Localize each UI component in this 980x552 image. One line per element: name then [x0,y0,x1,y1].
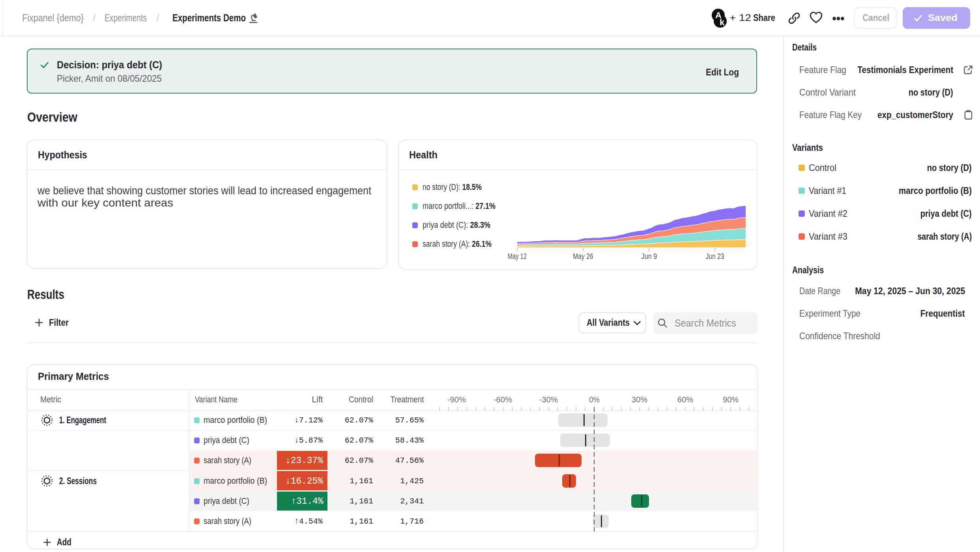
svg-text:k: k [720,17,725,27]
